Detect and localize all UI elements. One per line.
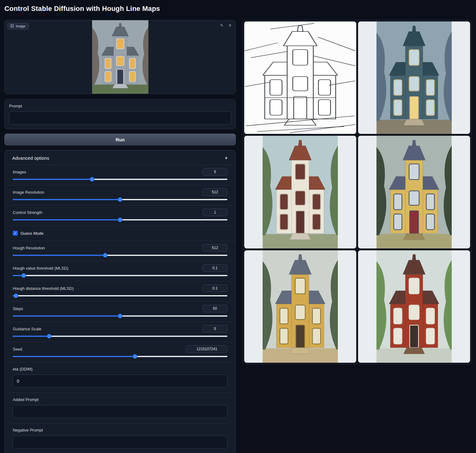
hough-resolution-value[interactable]: 512 bbox=[203, 244, 227, 252]
steps-value[interactable]: 50 bbox=[203, 305, 227, 312]
images-row: Images5 bbox=[5, 165, 236, 185]
control-strength-label: Control Strength bbox=[13, 210, 42, 215]
guess-mode-label: Guess Mode bbox=[21, 231, 44, 236]
hough-resolution-slider[interactable] bbox=[13, 255, 227, 256]
eta-ddim-input[interactable] bbox=[13, 375, 227, 388]
images-label: Images bbox=[13, 170, 26, 174]
seed-value[interactable]: 1215107241 bbox=[186, 345, 227, 353]
eta-ddim-label: eta (DDIM) bbox=[13, 367, 227, 371]
clear-image-button[interactable]: ✕ bbox=[228, 22, 232, 28]
added-prompt-label: Added Prompt bbox=[13, 397, 227, 402]
image-resolution-slider[interactable] bbox=[13, 199, 227, 200]
images-value[interactable]: 5 bbox=[203, 168, 227, 176]
added-prompt-row: Added Prompt bbox=[5, 393, 236, 423]
advanced-options-header[interactable]: Advanced options ▼ bbox=[5, 150, 236, 165]
steps-label: Steps bbox=[13, 306, 23, 311]
eta-ddim-row: eta (DDIM) bbox=[5, 362, 236, 393]
seed-row: Seed1215107241 bbox=[5, 342, 236, 362]
steps-row: Steps50 bbox=[5, 301, 236, 322]
gallery-item-result-2[interactable] bbox=[244, 136, 356, 248]
control-strength-slider-fill bbox=[13, 219, 120, 220]
image-resolution-label: Image Resolution bbox=[13, 190, 44, 195]
hough-resolution-row: Hough Resolution512 bbox=[5, 241, 236, 261]
steps-slider-handle[interactable] bbox=[118, 314, 123, 319]
seed-slider-fill bbox=[13, 356, 135, 357]
hough-resolution-label: Hough Resolution bbox=[13, 246, 45, 250]
advanced-options-label: Advanced options bbox=[12, 155, 49, 161]
hough-distance-threshold-slider-handle[interactable] bbox=[14, 294, 18, 298]
input-image-panel[interactable]: Image ✎ ✕ bbox=[4, 20, 236, 94]
image-resolution-slider-handle[interactable] bbox=[118, 197, 123, 202]
input-image-preview[interactable] bbox=[92, 20, 148, 94]
gallery-item-hough-map[interactable] bbox=[244, 21, 356, 134]
hough-value-threshold-slider-handle[interactable] bbox=[21, 273, 26, 278]
edit-image-button[interactable]: ✎ bbox=[219, 22, 224, 28]
seed-slider-handle[interactable] bbox=[133, 354, 138, 359]
gallery-item-result-1[interactable] bbox=[358, 21, 470, 134]
steps-slider-fill bbox=[13, 315, 120, 317]
prompt-panel: Prompt bbox=[4, 99, 236, 129]
results-gallery bbox=[243, 20, 472, 364]
control-strength-row: Control Strength1 bbox=[5, 205, 236, 225]
control-strength-value[interactable]: 1 bbox=[203, 209, 227, 216]
negative-prompt-row: Negative Prompt bbox=[5, 423, 236, 453]
gallery-item-result-4[interactable] bbox=[244, 250, 356, 363]
prompt-label: Prompt bbox=[9, 104, 231, 108]
hough-value-threshold-row: Hough value threshold (MLSD)0.1 bbox=[5, 261, 236, 281]
image-resolution-slider-fill bbox=[13, 199, 120, 200]
app: Control Stable Diffusion with Hough Line… bbox=[0, 0, 476, 453]
hough-resolution-slider-handle[interactable] bbox=[103, 253, 107, 258]
run-button[interactable]: Run bbox=[4, 134, 236, 145]
hough-resolution-slider-fill bbox=[13, 255, 105, 256]
gallery-item-result-5[interactable] bbox=[358, 250, 470, 363]
image-icon bbox=[10, 24, 14, 28]
hough-distance-threshold-label: Hough distance threshold (MLSD) bbox=[13, 286, 74, 291]
guess-mode-checkbox-box[interactable]: ✓ bbox=[13, 231, 18, 236]
control-strength-slider[interactable] bbox=[13, 219, 227, 220]
prompt-input[interactable] bbox=[9, 111, 231, 125]
controls-column: Image ✎ ✕ Prompt Run Advanced options ▼ … bbox=[4, 20, 236, 453]
added-prompt-input[interactable] bbox=[13, 405, 227, 418]
collapse-icon[interactable]: ▼ bbox=[224, 156, 228, 160]
gallery-item-result-3[interactable] bbox=[358, 136, 470, 248]
steps-slider[interactable] bbox=[13, 315, 227, 317]
hough-value-threshold-value[interactable]: 0.1 bbox=[203, 264, 227, 272]
seed-slider[interactable] bbox=[13, 356, 227, 357]
hough-distance-threshold-slider[interactable] bbox=[13, 295, 227, 296]
image-resolution-value[interactable]: 512 bbox=[203, 188, 227, 196]
negative-prompt-input[interactable] bbox=[13, 436, 227, 449]
advanced-options-panel: Advanced options ▼ Images5Image Resoluti… bbox=[4, 150, 236, 453]
negative-prompt-label: Negative Prompt bbox=[13, 428, 227, 432]
image-label: Image bbox=[7, 23, 29, 30]
images-slider[interactable] bbox=[13, 179, 227, 180]
page-title: Control Stable Diffusion with Hough Line… bbox=[4, 4, 472, 13]
hough-value-threshold-slider[interactable] bbox=[13, 275, 227, 276]
seed-label: Seed bbox=[13, 347, 22, 352]
images-slider-handle[interactable] bbox=[90, 177, 95, 182]
control-strength-slider-handle[interactable] bbox=[118, 218, 123, 222]
guidance-scale-value[interactable]: 5 bbox=[203, 325, 227, 333]
guess-mode-checkbox[interactable]: ✓Guess Mode bbox=[5, 225, 236, 241]
hough-distance-threshold-row: Hough distance threshold (MLSD)0.1 bbox=[5, 281, 236, 301]
guidance-scale-slider[interactable] bbox=[13, 336, 227, 337]
guidance-scale-slider-handle[interactable] bbox=[47, 334, 52, 339]
guidance-scale-row: Guidance Scale5 bbox=[5, 322, 236, 342]
image-resolution-row: Image Resolution512 bbox=[5, 185, 236, 205]
guidance-scale-slider-fill bbox=[13, 336, 49, 337]
image-label-text: Image bbox=[16, 24, 26, 28]
guidance-scale-label: Guidance Scale bbox=[13, 327, 41, 331]
hough-distance-threshold-value[interactable]: 0.1 bbox=[203, 285, 227, 292]
hough-value-threshold-label: Hough value threshold (MLSD) bbox=[13, 266, 68, 271]
images-slider-fill bbox=[13, 179, 92, 180]
